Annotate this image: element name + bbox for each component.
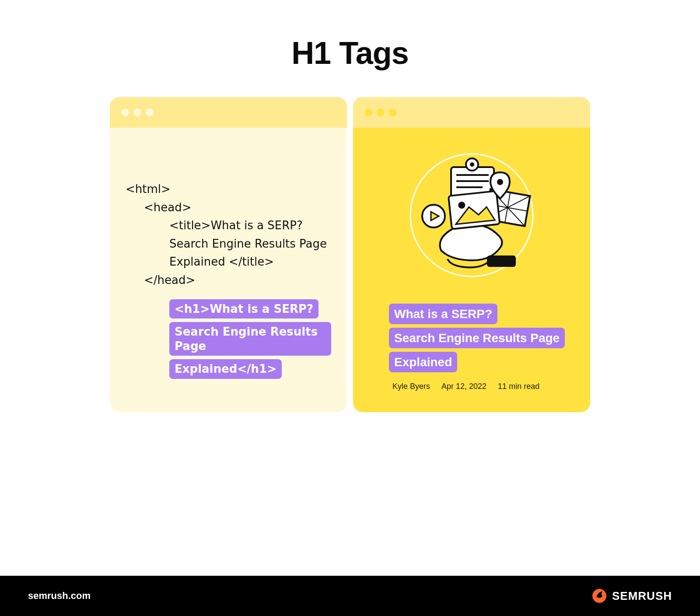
brand-logo: SEMRUSH <box>592 588 672 603</box>
code-panel: <html> <head> <title>What is a SERP? Sea… <box>110 97 347 412</box>
svg-point-14 <box>497 179 503 185</box>
svg-point-7 <box>470 162 474 167</box>
code-h1-line1: <h1>What is a SERP? <box>169 299 318 319</box>
window-dot-icon <box>133 108 141 116</box>
hand-serp-icon <box>399 141 544 285</box>
footer-site: semrush.com <box>28 590 91 602</box>
article-panel: What is a SERP? Search Engine Results Pa… <box>353 97 590 412</box>
code-head-close: </head> <box>126 271 331 290</box>
code-head-open: <head> <box>126 199 331 217</box>
code-h1-line3: Explained</h1> <box>169 359 282 379</box>
brand-text: SEMRUSH <box>612 589 672 603</box>
panels-row: <html> <head> <title>What is a SERP? Sea… <box>110 97 590 412</box>
page-title: H1 Tags <box>84 0 616 71</box>
browser-bar-right <box>353 97 590 128</box>
article-date: Apr 12, 2022 <box>441 382 486 391</box>
headline-line3: Explained <box>389 352 457 372</box>
window-dot-icon <box>121 108 129 116</box>
code-h1-line2: Search Engine Results Page <box>169 322 331 356</box>
window-dot-icon <box>377 108 385 116</box>
code-area: <html> <head> <title>What is a SERP? Sea… <box>110 128 347 398</box>
semrush-flame-icon <box>592 588 607 603</box>
article-author: Kyle Byers <box>392 382 430 391</box>
article-headline: What is a SERP? Search Engine Results Pa… <box>389 302 574 374</box>
code-h1-highlight: <h1>What is a SERP? Search Engine Result… <box>126 298 331 381</box>
code-title-line2: Search Engine Results Page <box>126 235 331 253</box>
code-html-open: <html> <box>126 180 331 199</box>
window-dot-icon <box>146 108 154 116</box>
svg-rect-1 <box>487 256 516 267</box>
code-title-line1: <title>What is a SERP? <box>126 217 331 235</box>
window-dot-icon <box>364 108 372 116</box>
window-dot-icon <box>389 108 397 116</box>
article-read-time: 11 min read <box>498 382 539 391</box>
headline-line1: What is a SERP? <box>389 304 497 324</box>
headline-line2: Search Engine Results Page <box>389 328 565 348</box>
code-title-line3: Explained </title> <box>126 253 331 271</box>
footer-bar: semrush.com SEMRUSH <box>0 576 700 616</box>
article-meta: Kyle Byers Apr 12, 2022 11 min read <box>369 382 574 391</box>
hero-illustration <box>369 136 574 289</box>
browser-bar-left <box>110 97 347 128</box>
